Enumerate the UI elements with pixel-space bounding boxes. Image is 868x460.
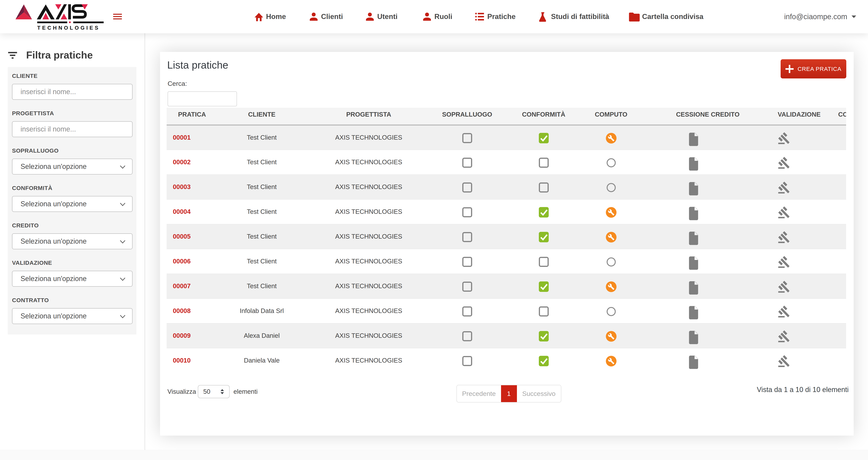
svg-text:TECHNOLOGIES: TECHNOLOGIES xyxy=(37,25,100,31)
